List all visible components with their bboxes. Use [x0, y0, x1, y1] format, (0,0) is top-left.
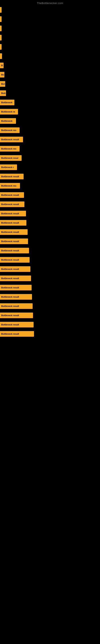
bar-row: Bottleneck result	[0, 172, 100, 181]
bar-row: Bottleneck res	[0, 181, 100, 190]
bar-row: Bottleneck result	[0, 209, 100, 218]
bar	[0, 26, 1, 31]
bar: Bottleneck result	[0, 220, 26, 226]
bar-label: Bottleneck result	[1, 175, 19, 178]
bar-label: Bottleneck result	[1, 212, 19, 215]
bar-label: Bottleneck resul	[1, 157, 18, 159]
bar-label: Bottleneck result	[1, 333, 19, 335]
bar-label: Bot	[1, 83, 5, 85]
bar: Bottleneck resul	[0, 155, 22, 161]
bar: Bot	[0, 81, 5, 87]
bar: Bottleneck result	[0, 192, 24, 198]
bar-row	[0, 24, 100, 33]
bar-row: Bottleneck result	[0, 246, 100, 255]
bar: Bottleneck result	[0, 248, 29, 253]
bar-row: Bottleneck result	[0, 190, 100, 200]
bar-label: Bottleneck res	[1, 129, 16, 132]
bar-row: Bottleneck result	[0, 274, 100, 283]
bar-label: Bottleneck res	[1, 148, 16, 150]
bar-row: Bottleneck res	[0, 144, 100, 153]
bar-row: Bot	[0, 80, 100, 88]
bar: Bottleneck result	[0, 285, 32, 290]
bar-row	[0, 15, 100, 24]
bar: B	[0, 62, 3, 68]
bar: Bottleneck result	[0, 303, 33, 309]
bar: Bottleneck result	[0, 322, 34, 328]
bar: Bottleneck result	[0, 276, 31, 281]
bar-row: Bo	[0, 70, 100, 79]
bar: Bo	[0, 72, 4, 78]
bar-label: Bott	[1, 92, 6, 94]
bar-row: Bottleneck	[0, 98, 100, 107]
bar: Bottleneck result	[0, 174, 24, 179]
bar-row: Bottleneck result	[0, 311, 100, 320]
bar: Bottleneck result	[0, 238, 28, 244]
bar-row: Bottleneck result	[0, 330, 100, 338]
bar-row: Bottleneck result	[0, 135, 100, 144]
bar: Bott	[0, 90, 6, 96]
bar-label: Bottleneck result	[1, 277, 19, 280]
bar-label: Bo	[1, 74, 4, 76]
bar: Bottleneck res	[0, 146, 20, 152]
bar-label: Bottleneck result	[1, 138, 19, 141]
bar: Bottleneck r	[0, 164, 17, 170]
bar: Bottleneck res	[0, 128, 20, 133]
bar-row: Bottleneck result	[0, 302, 100, 310]
bar: Bottleneck result	[0, 202, 24, 207]
bar-label: Bottleneck result	[1, 305, 19, 307]
bar-label: Bottleneck re	[1, 110, 15, 113]
bar-label: Bottleneck result	[1, 314, 19, 316]
bar-label: Bottleneck result	[1, 324, 19, 326]
bar-row: Bottleneck	[0, 116, 100, 126]
bar-row	[0, 42, 100, 51]
bar-label: Bottleneck result	[1, 268, 19, 270]
bar: Bottleneck res	[0, 183, 20, 188]
bar-row: Bottleneck result	[0, 265, 100, 274]
bar-label: Bottleneck	[1, 120, 12, 122]
bar-row	[0, 33, 100, 42]
bar-label: Bottleneck result	[1, 249, 19, 252]
bar	[0, 44, 1, 50]
bar	[0, 53, 2, 59]
bar-row: Bottleneck res	[0, 126, 100, 135]
bar: Bottleneck result	[0, 312, 33, 318]
bar: Bottleneck result	[0, 257, 30, 263]
bar-row: Bottleneck result	[0, 218, 100, 227]
bar: Bottleneck result	[0, 266, 30, 272]
bar: Bottleneck result	[0, 229, 28, 235]
bar-row	[0, 6, 100, 14]
site-title: TheBottlenecker.com	[0, 0, 100, 6]
bar-row: Bottleneck result	[0, 283, 100, 292]
bar-label: Bottleneck result	[1, 296, 19, 298]
bar-row: Bottleneck result	[0, 292, 100, 301]
bar-label: B	[1, 64, 3, 66]
bar-row: Bottleneck resul	[0, 154, 100, 162]
bar: Bottleneck result	[0, 331, 34, 337]
bar: Bottleneck	[0, 100, 14, 105]
bar-label: Bottleneck r	[1, 166, 14, 168]
bar: Bottleneck	[0, 118, 16, 124]
bar-label: Bottleneck result	[1, 240, 19, 242]
bar-row: B	[0, 61, 100, 70]
bar-row: Bottleneck result	[0, 228, 100, 236]
bar-row: Bottleneck result	[0, 237, 100, 246]
bar-row: Bott	[0, 89, 100, 98]
bar-row	[0, 52, 100, 60]
bar: Bottleneck re	[0, 109, 18, 114]
bar	[0, 7, 1, 13]
bar-label: Bottleneck result	[1, 286, 19, 289]
bar-row: Bottleneck result	[0, 256, 100, 264]
bar: Bottleneck result	[0, 211, 26, 216]
bar: Bottleneck result	[0, 137, 23, 142]
bar	[0, 35, 1, 40]
bar-row: Bottleneck result	[0, 320, 100, 329]
bar-label: Bottleneck result	[1, 258, 19, 261]
bar-row: Bottleneck r	[0, 163, 100, 172]
bar	[0, 16, 1, 22]
bar-row: Bottleneck re	[0, 107, 100, 116]
bar-label: Bottleneck result	[1, 222, 19, 224]
bar-label: Bottleneck	[1, 101, 12, 104]
bar: Bottleneck result	[0, 294, 32, 300]
bar-label: Bottleneck res	[1, 184, 16, 187]
bar-label: Bottleneck result	[1, 194, 19, 196]
